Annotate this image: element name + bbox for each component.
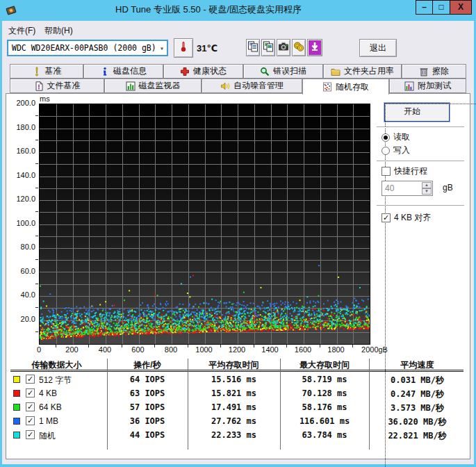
exit-button[interactable]: 退出 <box>359 39 397 57</box>
x-axis-minor-tick <box>254 345 254 347</box>
separator <box>377 161 464 162</box>
column-header: 平均速度 <box>369 359 466 371</box>
column-header: 操作/秒 <box>107 359 188 371</box>
copy-text-icon <box>247 41 258 55</box>
maximize-button[interactable]: □ <box>432 0 450 15</box>
tab-aam[interactable]: 自动噪音管理 <box>202 79 302 93</box>
exclamation-icon <box>32 67 42 76</box>
spinner-up-button[interactable]: ▲ <box>422 182 432 188</box>
value-avg_speed: 3.573 MB/秒 <box>369 402 466 414</box>
minimize-button[interactable]: – <box>416 0 433 15</box>
tab-health[interactable]: 健康状态 <box>163 64 243 79</box>
start-button[interactable]: 开始 <box>384 103 450 122</box>
series-checkbox[interactable]: ✓ <box>26 430 35 439</box>
close-icon: X <box>458 2 463 12</box>
tab-folder-usage[interactable]: 文件夹占用率 <box>323 64 402 79</box>
x-axis-tick-label: 1800 <box>327 345 344 354</box>
legend-color-swatch <box>13 418 20 425</box>
y-axis-minor-tick <box>35 115 38 116</box>
tab-random-access[interactable]: 随机存取 <box>302 79 389 95</box>
window-border-left <box>0 21 2 467</box>
series-checkbox[interactable]: ✓ <box>26 375 35 384</box>
value-avg_access: 15.516 ms <box>188 375 280 384</box>
write-radio[interactable]: 写入 <box>381 145 410 156</box>
value-avg_access: 15.821 ms <box>188 388 280 398</box>
table-row: ✓4 KB63 IOPS15.821 ms70.128 ms0.247 MB/秒 <box>6 387 470 401</box>
temperature-button[interactable] <box>174 38 193 58</box>
column-header: 平均存取时间 <box>188 359 280 371</box>
tab-label: 错误扫描 <box>273 65 306 77</box>
value-avg_access: 17.491 ms <box>188 402 280 412</box>
value-iops: 63 IOPS <box>107 388 188 398</box>
column-header: 传输数据大小 <box>6 359 107 371</box>
x-axis-tick-label: 2000gB <box>361 345 388 354</box>
menu-file[interactable]: 文件(F) <box>4 24 40 39</box>
column-header: 最大存取时间 <box>280 359 369 371</box>
spinner-down-button[interactable]: ▼ <box>422 188 432 195</box>
y-axis-tick-label: 200.0 <box>6 99 35 107</box>
download-button[interactable] <box>307 39 322 56</box>
x-axis-tick-label: 1000 <box>195 345 212 354</box>
tab-disk-monitor[interactable]: 磁盘监视器 <box>104 79 202 93</box>
checkbox-icon <box>381 167 391 176</box>
camera-icon <box>278 41 289 55</box>
series-label: 1 MB <box>39 416 58 426</box>
copy-image-button[interactable] <box>261 39 275 56</box>
series-checkbox[interactable]: ✓ <box>26 416 35 425</box>
value-avg_speed: 0.247 MB/秒 <box>369 388 466 400</box>
tab-label: 基准 <box>45 65 62 77</box>
extra-chart-icon <box>404 81 414 91</box>
capacity-spinner[interactable]: 40 ▲ ▼ <box>381 181 433 196</box>
y-axis-tick-label: 20.0 <box>6 315 35 323</box>
x-axis-minor-tick <box>352 345 353 347</box>
value-iops: 64 IOPS <box>107 375 188 384</box>
x-axis-tick-label: 200 <box>65 345 78 354</box>
tab-benchmark[interactable]: 基准 <box>10 64 83 79</box>
value-avg_speed: 36.020 MB/秒 <box>369 416 466 428</box>
y-axis-minor-tick <box>35 259 38 260</box>
random-access-panel: ms 200.0180.0160.0140.0120.0100.080.060.… <box>6 93 470 459</box>
tab-disk-info[interactable]: 磁盘信息 <box>83 64 163 79</box>
download-arrow-icon <box>309 41 320 55</box>
y-axis-tick-label: 140.0 <box>6 171 35 179</box>
thermometer-icon <box>178 41 189 55</box>
x-axis-minor-tick <box>122 345 122 347</box>
y-axis-tick-label: 80.0 <box>6 243 35 251</box>
file-icon <box>34 81 44 91</box>
tab-label: 健康状态 <box>193 65 227 77</box>
capacity-unit-label: gB <box>443 183 453 192</box>
y-axis-minor-tick <box>35 188 38 188</box>
legend-color-swatch <box>13 376 20 383</box>
align-checkbox[interactable]: ✓ 4 KB 对齐 <box>381 212 431 224</box>
separator <box>377 126 464 128</box>
y-axis-minor-tick <box>35 284 38 284</box>
x-axis-minor-tick <box>320 345 320 347</box>
copy-image-icon <box>263 41 274 55</box>
tab-file-benchmark[interactable]: 文件基准 <box>10 79 104 93</box>
legend-color-swatch <box>13 390 20 397</box>
table-row: ✓512 字节64 IOPS15.516 ms58.719 ms0.031 MB… <box>6 373 470 387</box>
checkbox-icon: ✓ <box>381 213 391 222</box>
x-axis-tick-label: 1400 <box>261 345 278 354</box>
maximize-icon: □ <box>438 2 443 12</box>
speaker-icon <box>220 81 230 91</box>
series-label: 64 KB <box>39 402 62 412</box>
coins-button[interactable] <box>292 39 306 56</box>
read-radio[interactable]: 读取 <box>381 131 410 143</box>
shortstroke-checkbox[interactable]: 快捷行程 <box>381 165 427 177</box>
series-checkbox[interactable]: ✓ <box>26 402 35 411</box>
value-max_access: 70.128 ms <box>280 388 369 398</box>
menu-help[interactable]: 帮助(H) <box>40 24 77 39</box>
tab-erase[interactable]: 擦除 <box>402 64 466 79</box>
radio-icon <box>381 147 390 155</box>
x-axis-tick-label: 1600 <box>295 345 311 354</box>
trash-icon <box>419 67 429 76</box>
drive-select[interactable]: WDC WD20EARX-00PASB0 (2000 gB) ▾ <box>7 40 168 56</box>
copy-text-button[interactable] <box>246 39 260 56</box>
close-button[interactable]: X <box>450 0 472 15</box>
x-axis-minor-tick <box>286 345 287 347</box>
screenshot-button[interactable] <box>277 39 290 56</box>
tab-extra-tests[interactable]: 附加测试 <box>389 79 466 93</box>
series-checkbox[interactable]: ✓ <box>26 388 35 398</box>
tab-error-scan[interactable]: 错误扫描 <box>243 64 323 79</box>
